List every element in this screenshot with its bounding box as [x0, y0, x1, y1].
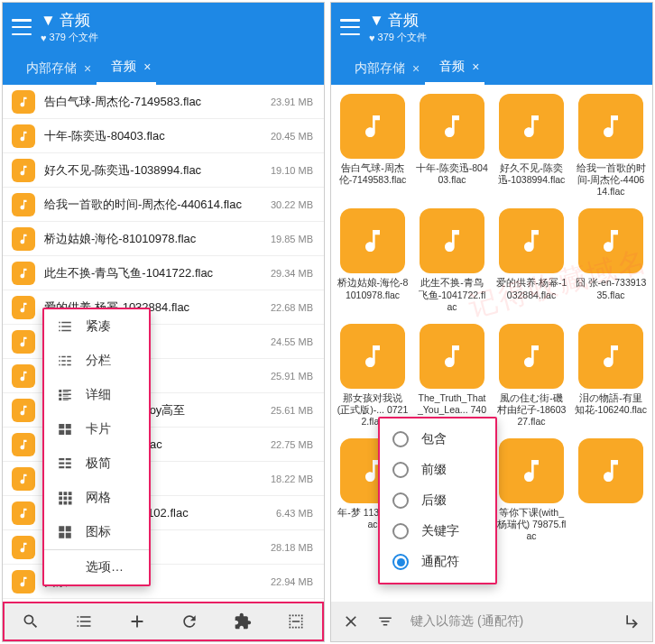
file-card[interactable]: 那女孩对我说(正式版)-... 07212.flac: [335, 320, 411, 431]
refresh-icon[interactable]: [180, 612, 199, 631]
tab-label: 音频: [111, 59, 136, 75]
file-name: 告白气球-周杰伦-7149583.flac: [44, 94, 263, 110]
close-icon[interactable]: [342, 612, 360, 630]
file-card[interactable]: [573, 435, 649, 546]
menu-label: 网格: [86, 490, 111, 506]
file-name: 告白气球-周杰伦-7149583.flac: [337, 162, 409, 186]
tab-audio[interactable]: 音频 ×: [97, 51, 156, 85]
view-compact[interactable]: 紧凑: [44, 309, 149, 344]
music-file-icon: [499, 94, 564, 159]
tab-close-icon[interactable]: ×: [143, 60, 151, 74]
view-columns[interactable]: 分栏: [44, 344, 149, 378]
file-card[interactable]: 等你下课(with_杨瑞代) 79875.flac: [494, 435, 569, 546]
view-minimal[interactable]: 极简: [44, 446, 149, 481]
file-size: 19.10 MB: [271, 165, 313, 176]
search-icon[interactable]: [21, 612, 41, 631]
music-file-icon: [12, 296, 35, 319]
file-card[interactable]: The_Truth_That_You_Lea... 74079.flac: [414, 320, 490, 431]
file-name: 泪の物語-有里知花-106240.flac: [575, 392, 647, 416]
music-file-icon: [12, 501, 35, 525]
filter-input[interactable]: 键入以筛选 (通配符): [411, 613, 607, 630]
music-file-icon: [499, 324, 564, 389]
file-card[interactable]: 好久不见-陈奕迅-1038994.flac: [494, 90, 569, 201]
filter-mode-menu: 包含 前缀 后缀 关键字 通配符: [378, 417, 497, 584]
list-compact-icon: [57, 318, 73, 335]
tab-close-icon[interactable]: ×: [412, 61, 420, 76]
tab-internal-storage[interactable]: 内部存储 ×: [12, 51, 97, 85]
tab-label: 音频: [439, 59, 465, 75]
menu-icon[interactable]: [340, 19, 360, 35]
file-size: 24.55 MB: [271, 336, 313, 347]
radio-selected-icon: [392, 554, 409, 570]
menu-label: 图标: [86, 524, 111, 540]
music-file-icon: [420, 94, 484, 159]
title-block: ▼ 音频 ♥ 379 个文件: [41, 10, 98, 44]
add-icon[interactable]: [127, 612, 147, 631]
view-list-icon[interactable]: [74, 612, 94, 631]
menu-label: 通配符: [421, 554, 459, 570]
view-mode-menu: 紧凑 分栏 详细 卡片 极简 网格: [42, 308, 151, 586]
heart-icon: ♥: [369, 32, 375, 43]
file-name: 桥边姑娘-海伦-81010978.flac: [337, 277, 409, 300]
file-card[interactable]: 十年-陈奕迅-80403.flac: [414, 90, 490, 201]
view-grid[interactable]: 网格: [44, 481, 149, 515]
file-card[interactable]: 囧 张-en-73391335.flac: [573, 205, 649, 316]
phone-left: ▼ 音频 ♥ 379 个文件 内部存储 × 音频 ×: [2, 2, 325, 642]
file-card[interactable]: 風の住む街-磯村由纪子-1860327.flac: [494, 320, 569, 431]
file-card[interactable]: 给我一首歌的时间-周杰伦-440614.flac: [573, 90, 649, 201]
tab-close-icon[interactable]: ×: [84, 61, 91, 76]
menu-label: 极简: [86, 455, 111, 472]
details-icon: [57, 387, 73, 403]
file-row[interactable]: 告白气球-周杰伦-7149583.flac23.91 MB: [3, 85, 324, 119]
view-options[interactable]: 选项…: [44, 550, 149, 584]
file-row[interactable]: 给我一首歌的时间-周杰伦-440614.flac30.22 MB: [3, 188, 324, 222]
menu-label: 分栏: [86, 353, 111, 369]
title-block: ▼ 音频 ♥ 379 个文件: [369, 10, 427, 44]
view-icons[interactable]: 图标: [44, 515, 149, 549]
cards-icon: [57, 421, 73, 437]
filter-suffix[interactable]: 后缀: [380, 485, 495, 516]
file-size: 23.91 MB: [271, 97, 313, 107]
file-row[interactable]: 此生不换-青鸟飞鱼-1041722.flac29.34 MB: [3, 256, 324, 290]
music-file-icon: [578, 324, 643, 389]
file-row[interactable]: 十年-陈奕迅-80403.flac20.45 MB: [3, 119, 324, 153]
submit-icon[interactable]: [623, 612, 641, 630]
menu-label: 紧凑: [86, 318, 111, 335]
filter-icon: ▼: [369, 12, 384, 30]
filter-wildcard[interactable]: 通配符: [380, 547, 495, 577]
file-name: 囧 张-en-73391335.flac: [575, 277, 647, 300]
extension-icon[interactable]: [233, 612, 253, 631]
file-card[interactable]: 此生不换-青鸟飞鱼-1041722.flac: [414, 205, 490, 316]
tab-internal-storage[interactable]: 内部存储 ×: [340, 51, 425, 85]
tab-close-icon[interactable]: ×: [472, 60, 479, 74]
page-title: 音频: [60, 10, 90, 31]
filter-contains[interactable]: 包含: [380, 424, 495, 455]
filter-type-icon[interactable]: [376, 612, 394, 630]
file-card[interactable]: 爱的供养-杨幂-1032884.flac: [494, 205, 569, 316]
view-cards[interactable]: 卡片: [44, 412, 149, 446]
file-count: 379 个文件: [50, 31, 98, 44]
menu-label: 详细: [86, 387, 111, 403]
file-size: 28.18 MB: [271, 542, 313, 553]
filter-prefix[interactable]: 前缀: [380, 455, 495, 485]
file-name: 此生不换-青鸟飞鱼-1041722.flac: [416, 277, 488, 312]
file-size: 22.68 MB: [271, 302, 313, 313]
menu-label: 包含: [421, 431, 447, 447]
file-size: 30.22 MB: [271, 199, 313, 210]
file-card[interactable]: 告白气球-周杰伦-7149583.flac: [335, 90, 411, 201]
file-name: 等你下课(with_杨瑞代) 79875.flac: [495, 507, 567, 542]
select-icon[interactable]: [286, 612, 306, 631]
filter-keyword[interactable]: 关键字: [380, 516, 495, 547]
file-card[interactable]: 泪の物語-有里知花-106240.flac: [573, 320, 649, 431]
view-details[interactable]: 详细: [44, 378, 149, 412]
music-file-icon: [12, 467, 35, 491]
menu-label: 卡片: [86, 421, 111, 437]
file-row[interactable]: 好久不见-陈奕迅-1038994.flac19.10 MB: [3, 153, 324, 188]
file-card[interactable]: 桥边姑娘-海伦-81010978.flac: [335, 205, 411, 316]
file-name: 十年-陈奕迅-80403.flac: [416, 162, 488, 186]
tab-audio[interactable]: 音频 ×: [425, 51, 484, 85]
file-row[interactable]: 桥边姑娘-海伦-81010978.flac19.85 MB: [3, 222, 324, 256]
menu-icon[interactable]: [12, 19, 32, 35]
music-file-icon: [578, 208, 643, 273]
file-name: 此生不换-青鸟飞鱼-1041722.flac: [44, 265, 263, 281]
